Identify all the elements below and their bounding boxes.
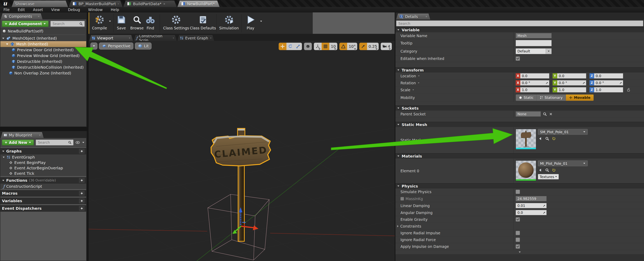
menu-asset[interactable]: Asset	[33, 8, 43, 12]
chevron-down-icon[interactable]	[412, 89, 414, 90]
menu-debug[interactable]: Debug	[68, 8, 80, 12]
mobility-stationary-button[interactable]: Stationary	[537, 94, 566, 101]
linear-damping-field[interactable]: 0.01	[516, 203, 546, 208]
scale-y-field[interactable]: Y 1.0	[552, 87, 586, 92]
add-graph-button[interactable]	[79, 149, 85, 154]
move-tool-button[interactable]	[279, 43, 286, 50]
components-search-input[interactable]	[52, 22, 79, 26]
browse-to-asset-icon[interactable]	[545, 136, 550, 141]
rotation-snap-toggle[interactable]	[340, 43, 347, 50]
scale-lock-icon[interactable]	[626, 88, 631, 92]
scale-tool-button[interactable]	[294, 43, 302, 50]
use-selected-asset-icon[interactable]	[538, 168, 542, 172]
menu-window[interactable]: Window	[88, 8, 103, 12]
perspective-button[interactable]: Perspective	[99, 42, 133, 50]
drag-spinner-icon[interactable]	[619, 82, 622, 84]
rotation-snap-value[interactable]: 10°	[347, 43, 357, 50]
my-blueprint-search-input[interactable]	[38, 140, 68, 144]
simulate-physics-checkbox[interactable]	[516, 190, 520, 194]
class-defaults-button[interactable]: Class Defaults	[190, 14, 216, 30]
viewport-options-button[interactable]	[90, 42, 98, 50]
macros-header[interactable]: Macros	[0, 190, 86, 196]
rotation-y-field[interactable]: Y 0.0 °	[552, 80, 586, 86]
doc-tab-showcase[interactable]: Showcase	[12, 0, 68, 7]
sign-board[interactable]: CLAIMED	[211, 136, 270, 166]
variables-header[interactable]: Variables	[0, 198, 86, 204]
category-dropdown[interactable]: Default	[516, 48, 552, 54]
mobility-movable-button[interactable]: Movable	[566, 94, 594, 101]
section-static-mesh[interactable]: Static Mesh	[396, 122, 644, 127]
reset-to-default-icon[interactable]	[552, 137, 556, 140]
coordinate-system-button[interactable]	[314, 43, 322, 50]
rotation-x-field[interactable]: X 0.0 °	[516, 80, 549, 86]
location-z-field[interactable]: Z 0.0	[590, 73, 623, 78]
browse-to-asset-icon[interactable]	[545, 168, 550, 172]
material-dropdown[interactable]: MI_Plot_Pole_01	[538, 160, 588, 166]
add-function-button[interactable]	[79, 178, 85, 183]
play-button[interactable]: Play	[245, 14, 256, 30]
add-macro-button[interactable]	[79, 191, 85, 196]
functions-header[interactable]: Functions (36 Overridable)	[0, 177, 86, 184]
event-beginplay-row[interactable]: Event BeginPlay	[0, 160, 86, 165]
close-icon[interactable]	[38, 15, 40, 18]
simulation-button[interactable]: Simulation	[219, 14, 239, 30]
textures-dropdown[interactable]: Textures	[538, 174, 559, 180]
tab-my-blueprint[interactable]: My Blueprint	[1, 132, 44, 138]
scale-x-field[interactable]: X 1.0	[516, 87, 549, 92]
grid-snap-value[interactable]: 10	[329, 43, 337, 50]
compile-options-chevron[interactable]	[109, 21, 111, 22]
graphs-header[interactable]: Graphs	[0, 148, 86, 154]
add-event-dispatcher-button[interactable]	[79, 206, 85, 211]
use-selected-asset-icon[interactable]	[538, 136, 542, 141]
expander-icon[interactable]	[2, 150, 4, 152]
camera-speed-button[interactable]: 4	[381, 43, 392, 50]
tab-components[interactable]: Components	[1, 13, 42, 19]
enable-gravity-checkbox[interactable]	[516, 217, 520, 222]
static-mesh-dropdown[interactable]: SM_Plot_Pole_01	[538, 129, 588, 135]
find-button[interactable]: Find	[145, 14, 156, 30]
editable-when-inherited-checkbox[interactable]	[516, 56, 520, 61]
tab-viewport[interactable]: Viewport	[89, 35, 133, 41]
surface-snap-button[interactable]	[304, 43, 312, 50]
component-row-preview-door-grid[interactable]: Preview Door Grid (Inherited)	[0, 47, 86, 53]
lit-mode-button[interactable]: Lit	[135, 42, 152, 50]
component-row-meshobject[interactable]: MeshObject (Inherited)	[0, 36, 86, 41]
apply-impulse-on-damage-checkbox[interactable]	[516, 244, 520, 249]
drag-spinner-icon[interactable]	[582, 82, 585, 84]
class-settings-button[interactable]: Class Settings	[163, 14, 189, 30]
browse-button[interactable]: Browse	[130, 14, 144, 30]
play-options-chevron[interactable]	[260, 21, 262, 22]
add-component-button[interactable]: Add Component	[2, 21, 48, 27]
doc-tab-newbuildpart[interactable]: NewBuildPart*	[178, 0, 220, 7]
mobility-static-button[interactable]: Static	[516, 94, 537, 101]
expander-icon[interactable]	[2, 180, 4, 181]
visibility-eye-icon[interactable]	[76, 140, 80, 145]
socket-picker-icon[interactable]	[542, 112, 547, 116]
close-icon[interactable]	[172, 37, 174, 39]
tooltip-input[interactable]	[518, 41, 550, 46]
section-sockets[interactable]: Sockets	[396, 105, 644, 110]
expander-icon[interactable]	[2, 38, 4, 39]
parent-socket-field[interactable]: None	[516, 111, 541, 116]
static-mesh-thumbnail[interactable]	[516, 129, 536, 150]
component-row-destructiblenocollision[interactable]: DestructibleNoCollision (Inherited)	[0, 64, 86, 70]
close-icon[interactable]	[425, 16, 428, 18]
section-variable[interactable]: Variable	[396, 27, 644, 32]
close-icon[interactable]	[163, 2, 166, 5]
drag-spinner-icon[interactable]	[543, 204, 546, 207]
doc-tab-bp-masterbuildpart[interactable]: BP_MasterBuildPart	[69, 0, 122, 7]
add-variable-button[interactable]	[79, 198, 85, 204]
doc-tab-buildpartdata[interactable]: BuildPartData*	[123, 0, 177, 7]
event-tick-row[interactable]: Event Tick	[0, 171, 86, 176]
section-materials[interactable]: Materials	[396, 153, 644, 158]
add-new-button[interactable]: Add New	[2, 140, 34, 146]
location-x-field[interactable]: X 0.0	[516, 73, 549, 78]
close-icon[interactable]	[39, 134, 41, 136]
event-dispatchers-header[interactable]: Event Dispatchers	[0, 205, 86, 212]
component-row-non-overlap-zone[interactable]: Non Overlap Zone (Inherited)	[0, 70, 86, 76]
expander-icon[interactable]	[397, 225, 398, 227]
tooltip-field[interactable]	[516, 40, 552, 46]
ignore-radial-impulse-checkbox[interactable]	[516, 231, 520, 235]
scale-snap-value[interactable]: 0.25	[367, 43, 379, 50]
tab-construction-script[interactable]: ƒ Construction Scrip	[134, 35, 177, 41]
